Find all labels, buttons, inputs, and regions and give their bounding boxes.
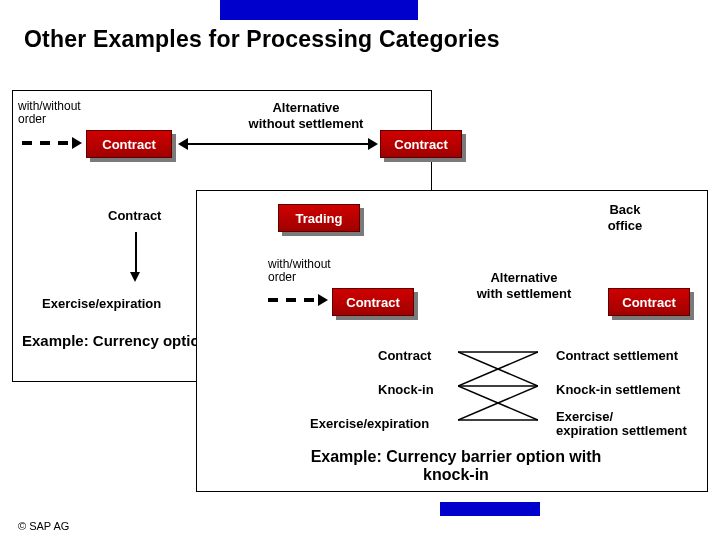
label-row3-left: Exercise/expiration: [310, 416, 429, 431]
label-with-without-order-2: with/without order: [268, 258, 331, 284]
dash: [40, 141, 50, 145]
label-alternative-with-settlement: Alternative with settlement: [454, 270, 594, 302]
page-title: Other Examples for Processing Categories: [24, 26, 500, 53]
label-row1-right: Contract settlement: [556, 348, 678, 363]
label-row3-right: Exercise/ expiration settlement: [556, 410, 687, 438]
dash: [58, 141, 68, 145]
label-with-without-order-1: with/without order: [18, 100, 81, 126]
dash: [304, 298, 314, 302]
bottom-accent-bar: [440, 502, 540, 516]
copyright: © SAP AG: [18, 520, 69, 532]
label-row1-left: Contract: [378, 348, 431, 363]
box-contract-c: Contract: [332, 288, 414, 316]
connector-line: [188, 143, 368, 145]
box-contract-d: Contract: [608, 288, 690, 316]
top-accent-bar: [220, 0, 418, 20]
dash: [22, 141, 32, 145]
connector-v: [135, 232, 137, 272]
label-example-1: Example: Currency option: [22, 332, 209, 349]
box-trading: Trading: [278, 204, 360, 232]
dash: [268, 298, 278, 302]
label-back-office: Back office: [590, 202, 660, 234]
arrowhead-right: [318, 294, 328, 306]
arrowhead-right: [368, 138, 378, 150]
dash: [286, 298, 296, 302]
mapping-lines-icon: [458, 340, 538, 440]
arrowhead-left: [178, 138, 188, 150]
label-example-2: Example: Currency barrier option with kn…: [246, 448, 666, 484]
panel-currency-barrier-option: [196, 190, 708, 492]
label-exercise-expiration-1: Exercise/expiration: [42, 296, 161, 311]
label-contract-2: Contract: [108, 208, 161, 223]
label-row2-right: Knock-in settlement: [556, 382, 680, 397]
label-row2-left: Knock-in: [378, 382, 434, 397]
box-contract-a: Contract: [86, 130, 172, 158]
label-alternative-without-settlement: Alternative without settlement: [226, 100, 386, 132]
arrowhead-down: [130, 272, 140, 282]
arrowhead-right: [72, 137, 82, 149]
box-contract-b: Contract: [380, 130, 462, 158]
